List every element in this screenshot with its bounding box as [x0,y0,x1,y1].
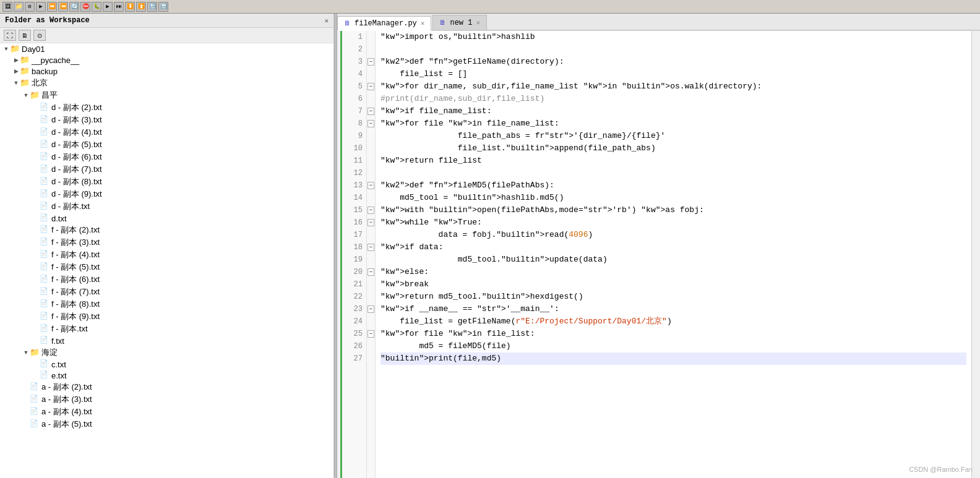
tree-item-f_copy3[interactable]: 📄f - 副本 (3).txt [0,236,333,249]
fold-button-3[interactable]: − [368,58,374,66]
tab-close-button[interactable]: ✕ [476,19,480,27]
toolbar-icon-14[interactable]: 🔚 [147,2,157,12]
code-content[interactable]: "kw">import os,"builtin">hashlib "kw2">d… [376,31,971,478]
toolbar-icon-15[interactable]: 🔛 [158,2,168,12]
code-line-17[interactable]: data = fobj."builtin">read(4096) [380,229,966,241]
code-line-20[interactable]: "kw">else: [380,266,966,278]
fold-button-15[interactable]: − [368,207,374,214]
fold-indicator-25[interactable]: − [367,328,375,340]
fold-button-20[interactable]: − [368,268,374,276]
tree-item-d_txt[interactable]: 📄d.txt [0,213,333,224]
code-line-15[interactable]: "kw">with "builtin">open(filePathAbs,mod… [380,204,966,216]
toolbar-icon-4[interactable]: ▶ [36,2,46,12]
code-line-7[interactable]: "kw">if file_name_list: [380,105,966,117]
code-line-4[interactable]: file_list = [] [380,68,966,80]
tree-item-c_txt[interactable]: 📄c.txt [0,359,333,370]
tree-item-e_txt[interactable]: 📄e.txt [0,370,333,381]
sidebar-new-file-button[interactable]: 🗎 [19,30,31,41]
tree-item-day01[interactable]: ▼📁Day01 [0,43,333,54]
toolbar-icon-2[interactable]: 📁 [14,2,24,12]
fold-button-5[interactable]: − [368,83,374,90]
tree-item-d_copy4[interactable]: 📄d - 副本 (4).txt [0,126,333,139]
code-line-11[interactable]: "kw">return file_list [380,155,966,167]
fold-button-25[interactable]: − [368,330,374,338]
toolbar-icon-12[interactable]: ⏬ [125,2,135,12]
tree-item-d_copy7[interactable]: 📄d - 副本 (7).txt [0,163,333,176]
tree-item-d_copy5[interactable]: 📄d - 副本 (5).txt [0,139,333,151]
fold-button-18[interactable]: − [368,244,374,251]
tree-item-f_copy8[interactable]: 📄f - 副本 (8).txt [0,298,333,310]
code-line-14[interactable]: md5_tool = "builtin">hashlib.md5() [380,192,966,204]
tree-item-changping[interactable]: ▼📁昌平 [0,89,333,101]
code-line-9[interactable]: file_path_abs = fr"str">'{dir_name}/{fil… [380,130,966,142]
toolbar-icon-9[interactable]: 🐛 [92,2,101,12]
code-line-16[interactable]: "kw">while "kw">True: [380,216,966,229]
tree-item-d_copy3[interactable]: 📄d - 副本 (3).txt [0,114,333,126]
tree-item-d_copy8[interactable]: 📄d - 副本 (8).txt [0,176,333,188]
tree-item-f_copy[interactable]: 📄f - 副本.txt [0,323,333,335]
code-line-1[interactable]: "kw">import os,"builtin">hashlib [380,31,966,43]
fold-indicator-23[interactable]: − [367,303,375,315]
sidebar-settings-button[interactable]: ⊙ [33,30,46,41]
tree-item-a_copy5[interactable]: 📄a - 副本 (5).txt [0,418,333,430]
sidebar-close-button[interactable]: ✕ [324,17,329,25]
fold-button-23[interactable]: − [368,305,374,313]
tree-item-a_copy3[interactable]: 📄a - 副本 (3).txt [0,393,333,406]
fold-button-7[interactable]: − [368,108,374,115]
tree-item-f_copy5[interactable]: 📄f - 副本 (5).txt [0,261,333,273]
toolbar-icon-3[interactable]: ⚙ [25,2,35,12]
scrollbar-vertical[interactable] [971,31,980,478]
tree-item-a_copy2[interactable]: 📄a - 副本 (2).txt [0,381,333,393]
fold-indicator-13[interactable]: − [367,179,375,192]
code-line-3[interactable]: "kw2">def "fn">getFileName(directory): [380,56,966,68]
code-line-8[interactable]: "kw">for file "kw">in file_name_list: [380,117,966,130]
tab-close-button[interactable]: ✕ [421,19,425,27]
toolbar-icon-13[interactable]: ⏫ [136,2,146,12]
code-line-25[interactable]: "kw">for file "kw">in file_list: [380,328,966,340]
tree-item-d_copy[interactable]: 📄d - 副本.txt [0,200,333,213]
code-line-26[interactable]: md5 = fileMD5(file) [380,340,966,352]
fold-button-13[interactable]: − [368,182,374,189]
toolbar-icon-1[interactable]: 🖼 [2,2,12,12]
code-line-21[interactable]: "kw">break [380,278,966,291]
toolbar-icon-10[interactable]: ▶ [103,2,113,12]
tree-item-backup[interactable]: ▶📁backup [0,66,333,77]
sidebar-expand-button[interactable]: ⛶ [4,30,16,41]
tree-item-d_copy9[interactable]: 📄d - 副本 (9).txt [0,188,333,200]
toolbar-icon-5[interactable]: ⏩ [47,2,57,12]
fold-indicator-5[interactable]: − [367,80,375,93]
code-line-10[interactable]: file_list."builtin">append(file_path_abs… [380,142,966,155]
fold-indicator-8[interactable]: − [367,117,375,130]
code-line-18[interactable]: "kw">if data: [380,241,966,254]
tree-item-f_copy9[interactable]: 📄f - 副本 (9).txt [0,310,333,323]
tree-item-haidian[interactable]: ▼📁海淀 [0,346,333,359]
code-line-5[interactable]: "kw">for dir_name, sub_dir,file_name_lis… [380,80,966,93]
code-line-27[interactable]: "builtin">print(file,md5) [380,352,966,365]
fold-button-16[interactable]: − [368,219,374,226]
toolbar-icon-11[interactable]: ⏭ [114,2,124,12]
tree-item-f_txt[interactable]: 📄f.txt [0,335,333,346]
tree-item-f_copy7[interactable]: 📄f - 副本 (7).txt [0,286,333,298]
fold-indicator-18[interactable]: − [367,241,375,254]
tab-tab2[interactable]: 🗎new 1✕ [432,15,487,30]
tree-item-beijing[interactable]: ▼📁北京 [0,77,333,89]
tree-item-f_copy4[interactable]: 📄f - 副本 (4).txt [0,249,333,261]
fold-indicator-3[interactable]: − [367,56,375,68]
code-line-23[interactable]: "kw">if __name__ == "str">'__main__': [380,303,966,315]
fold-indicator-15[interactable]: − [367,204,375,216]
toolbar-icon-6[interactable]: ⏪ [58,2,68,12]
toolbar-icon-7[interactable]: 🔄 [69,2,79,12]
tree-item-f_copy2[interactable]: 📄f - 副本 (2).txt [0,224,333,236]
code-line-19[interactable]: md5_tool."builtin">update(data) [380,254,966,266]
code-line-13[interactable]: "kw2">def "fn">fileMD5(filePathAbs): [380,179,966,192]
tree-item-d_copy6[interactable]: 📄d - 副本 (6).txt [0,151,333,163]
tree-item-f_copy6[interactable]: 📄f - 副本 (6).txt [0,273,333,286]
fold-button-8[interactable]: − [368,120,374,127]
code-line-24[interactable]: file_list = getFileName(r"E:/Project/Sup… [380,315,966,328]
fold-indicator-20[interactable]: − [367,266,375,278]
code-line-22[interactable]: "kw">return md5_tool."builtin">hexdigest… [380,291,966,303]
tab-tab1[interactable]: 🗎fileManager.py✕ [337,16,431,31]
fold-indicator-16[interactable]: − [367,216,375,229]
tree-item-pycache[interactable]: ▶📁__pycache__ [0,54,333,66]
code-line-6[interactable]: #print(dir_name,sub_dir,file_list) [380,93,966,105]
